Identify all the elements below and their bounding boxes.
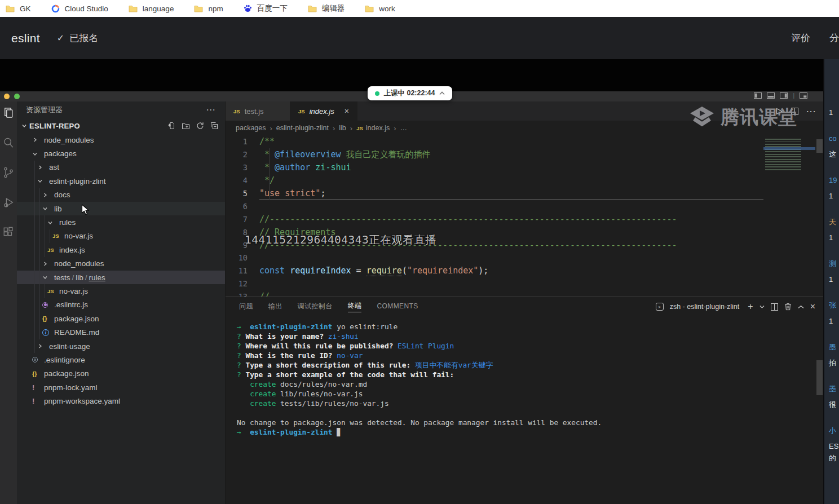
tree-folder-ast[interactable]: ast: [17, 161, 225, 174]
tree-folder-eslint-plugin-zlint[interactable]: eslint-plugin-zlint: [17, 174, 225, 188]
panel-tab-终端[interactable]: 终端: [348, 301, 362, 312]
panel-tab-输出[interactable]: 输出: [268, 302, 282, 312]
panel-tab-COMMENTS[interactable]: COMMENTS: [377, 302, 418, 311]
run-file-icon[interactable]: [775, 108, 783, 115]
bookmark-item[interactable]: GK: [6, 5, 31, 13]
tree-file-README.md[interactable]: iREADME.md: [17, 325, 225, 339]
breadcrumb-item[interactable]: …: [400, 124, 408, 132]
search-icon[interactable]: [2, 136, 15, 149]
toggle-secondary-sidebar-icon[interactable]: [780, 92, 788, 99]
minimap[interactable]: [763, 138, 815, 171]
explorer-section-eslint-repo[interactable]: ESLINT-REPO: [17, 118, 225, 133]
chevron-up-icon[interactable]: [439, 91, 445, 95]
path-segment[interactable]: lib: [76, 273, 83, 282]
tree-file-.eslintrc.js[interactable]: .eslintrc.js: [17, 298, 225, 312]
panel-tab-问题[interactable]: 问题: [239, 302, 253, 312]
class-status-pill[interactable]: 上课中 02:22:44: [368, 86, 452, 100]
breadcrumb-item[interactable]: lib: [339, 124, 346, 132]
terminal-output[interactable]: → eslint-plugin-zlint yo eslint:rule? Wh…: [237, 322, 810, 437]
bookmark-item[interactable]: 编辑器: [308, 3, 345, 14]
source-control-icon[interactable]: [2, 166, 15, 179]
tree-file-pnpm-lock.yaml[interactable]: !pnpm-lock.yaml: [17, 381, 225, 394]
tree-file-package.json[interactable]: {}package.json: [17, 367, 225, 381]
tree-folder-docs[interactable]: docs: [17, 188, 225, 202]
minimize-traffic-light[interactable]: [4, 94, 10, 99]
refresh-icon[interactable]: [196, 122, 204, 130]
close-panel-icon[interactable]: ×: [810, 302, 815, 312]
tree-folder-rules[interactable]: rules: [17, 215, 225, 229]
tree-folder-lib[interactable]: lib: [17, 202, 225, 215]
bookmark-item[interactable]: language: [129, 5, 174, 13]
split-terminal-icon[interactable]: [771, 303, 778, 311]
terminal-scrollbar[interactable]: [816, 360, 823, 395]
bookmark-item[interactable]: 百度一下: [244, 3, 288, 14]
tree-file-index.js[interactable]: JSindex.js: [17, 243, 225, 257]
chat-message[interactable]: 1: [824, 108, 839, 118]
tree-folder-nodemodules[interactable]: node_modules: [17, 133, 225, 147]
chat-message[interactable]: 这: [824, 149, 839, 160]
tree-folder-nodemodules[interactable]: node_modules: [17, 257, 225, 271]
breadcrumb-item[interactable]: packages: [236, 124, 266, 132]
more-actions-icon[interactable]: ···: [207, 106, 217, 114]
tree-file-no-var.js[interactable]: JSno-var.js: [17, 229, 225, 243]
chat-message[interactable]: 的: [824, 453, 839, 463]
chat-message[interactable]: 1: [824, 316, 839, 326]
bookmark-item[interactable]: npm: [194, 5, 223, 13]
chat-message[interactable]: 1: [824, 191, 839, 201]
kill-terminal-icon[interactable]: [784, 303, 792, 311]
run-debug-icon[interactable]: [2, 196, 15, 209]
chat-message[interactable]: ES: [824, 441, 839, 452]
chat-username[interactable]: 测: [824, 259, 839, 269]
new-folder-icon[interactable]: [182, 122, 190, 130]
chat-message[interactable]: 很: [824, 400, 839, 410]
tree-file-no-var.js[interactable]: JSno-var.js: [17, 284, 225, 298]
more-actions-icon[interactable]: ···: [807, 107, 817, 116]
code-editor[interactable]: 1/**2 * @fileoverview 我自己定义着玩的插件3 * @aut…: [226, 135, 823, 297]
tab-index.js[interactable]: JSindex.js×: [290, 101, 357, 121]
panel-tab-调试控制台[interactable]: 调试控制台: [298, 302, 333, 312]
chat-panel[interactable]: 1co这191天1测1张1墨拍墨很小ES的: [823, 59, 839, 504]
bookmark-item[interactable]: work: [365, 5, 395, 13]
editor-scrollbar[interactable]: [816, 139, 823, 153]
header-action-button[interactable]: 分: [829, 32, 839, 45]
toggle-sidebar-icon[interactable]: [754, 92, 762, 99]
chat-message[interactable]: 1: [824, 233, 839, 243]
chat-username[interactable]: co: [824, 134, 839, 144]
breadcrumb-item[interactable]: eslint-plugin-zlint: [276, 124, 329, 132]
path-segment[interactable]: rules: [89, 273, 105, 282]
new-terminal-button[interactable]: +: [748, 302, 753, 312]
maximize-panel-icon[interactable]: [798, 305, 804, 309]
chat-username[interactable]: 天: [824, 217, 839, 227]
bookmark-item[interactable]: Cloud Studio: [51, 5, 108, 13]
chat-username[interactable]: 张: [824, 300, 839, 311]
tree-folder-testslibrules[interactable]: tests/lib/rules: [17, 271, 225, 284]
tree-file-.eslintignore[interactable]: .eslintignore: [17, 353, 225, 366]
chat-message[interactable]: 拍: [824, 358, 839, 368]
header-action-button[interactable]: 评价: [791, 32, 810, 45]
customize-layout-icon[interactable]: [800, 92, 807, 99]
close-tab-icon[interactable]: ×: [345, 107, 349, 116]
chat-username[interactable]: 墨: [824, 342, 839, 352]
chat-username[interactable]: 墨: [824, 384, 839, 394]
split-editor-icon[interactable]: [791, 108, 798, 115]
tree-file-package.json[interactable]: {}package.json: [17, 312, 225, 325]
tree-file-pnpm-workspace.yaml[interactable]: !pnpm-workspace.yaml: [17, 394, 225, 408]
new-file-icon[interactable]: [167, 122, 175, 130]
vscode-window: | 资源管理器 ···: [0, 91, 823, 504]
path-segment[interactable]: tests: [54, 273, 70, 282]
tree-folder-eslint-usage[interactable]: eslint-usage: [17, 339, 225, 353]
chat-message[interactable]: 1: [824, 275, 839, 285]
tree-folder-packages[interactable]: packages: [17, 147, 225, 160]
terminal-dropdown-icon[interactable]: [759, 305, 765, 308]
extensions-icon[interactable]: [2, 226, 15, 238]
zoom-traffic-light[interactable]: [14, 94, 20, 99]
tab-test.js[interactable]: JStest.js: [226, 101, 290, 121]
chat-username[interactable]: 小: [824, 426, 839, 436]
chat-username[interactable]: 19: [824, 175, 839, 185]
collapse-folders-icon[interactable]: [210, 122, 218, 130]
terminal-token: Type a short example of the code that wi…: [245, 370, 454, 379]
breadcrumb-item[interactable]: JSindex.js: [356, 124, 390, 132]
explorer-icon[interactable]: [2, 107, 15, 119]
terminal-session-title[interactable]: zsh - eslint-plugin-zlint: [670, 303, 740, 311]
toggle-panel-icon[interactable]: [767, 92, 775, 99]
